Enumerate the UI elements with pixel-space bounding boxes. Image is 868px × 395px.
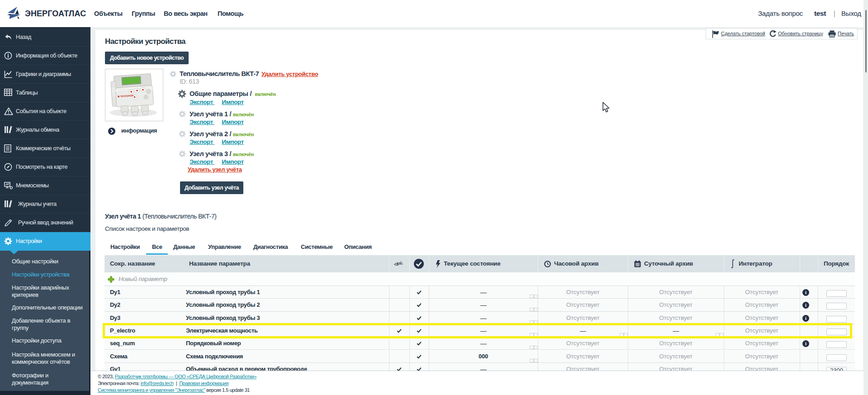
svg-text:i: i [805,290,806,295]
svg-text:i: i [805,303,806,308]
svg-text:i: i [805,341,806,347]
svg-text:i: i [805,315,806,321]
